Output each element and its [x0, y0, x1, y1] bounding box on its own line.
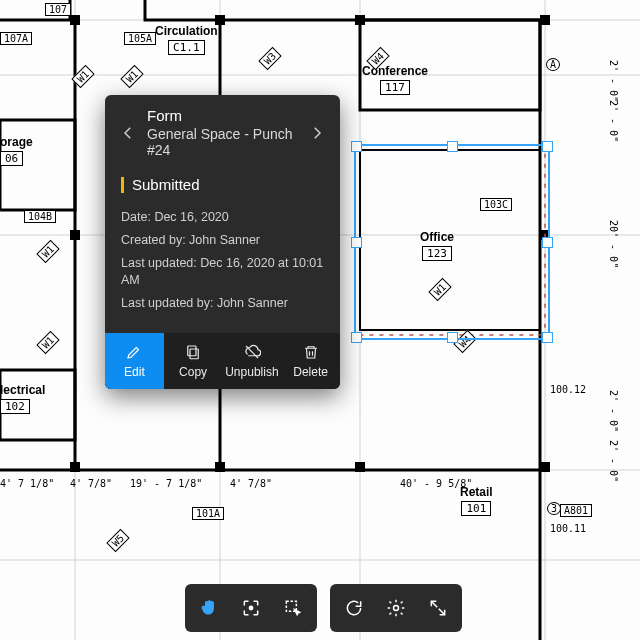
form-detail-card: Form General Space - Punch #24 Submitted…: [105, 95, 340, 389]
selection-box[interactable]: [354, 144, 550, 340]
dim-5: 40' - 9 5/8": [400, 478, 472, 489]
settings-button[interactable]: [378, 590, 414, 626]
resize-handle-se[interactable]: [542, 332, 553, 343]
resize-handle-e[interactable]: [542, 237, 553, 248]
delete-button[interactable]: Delete: [281, 333, 340, 389]
svg-rect-16: [355, 15, 365, 25]
dim-2: 4' 7/8": [70, 478, 112, 489]
resize-handle-n[interactable]: [447, 141, 458, 152]
dim-4: 4' 7/8": [230, 478, 272, 489]
tag-3: 3: [547, 502, 561, 515]
pan-button[interactable]: [191, 590, 227, 626]
resize-handle-s[interactable]: [447, 332, 458, 343]
dim-v5: 2' - 0": [608, 440, 619, 482]
dim-v3: 20' - 0": [608, 220, 619, 268]
svg-line-35: [439, 609, 445, 615]
fullscreen-button[interactable]: [420, 590, 456, 626]
tag-104b: 104B: [24, 210, 56, 223]
tag-10012: 100.12: [547, 384, 589, 395]
multi-select-icon: [283, 598, 303, 618]
tag-107a: 107A: [0, 32, 32, 45]
svg-rect-22: [355, 462, 365, 472]
center-button[interactable]: [233, 590, 269, 626]
svg-point-33: [394, 606, 399, 611]
resize-handle-ne[interactable]: [542, 141, 553, 152]
room-storage: orage 06: [0, 135, 33, 166]
tools-toolbar: [330, 584, 462, 632]
svg-line-34: [431, 601, 437, 607]
dim-v1: 2' - 0": [608, 60, 619, 102]
resize-handle-nw[interactable]: [351, 141, 362, 152]
dim-v4: 2' - 0": [608, 390, 619, 432]
multi-select-button[interactable]: [275, 590, 311, 626]
svg-rect-27: [188, 346, 196, 356]
svg-rect-14: [70, 15, 80, 25]
tag-101a: 101A: [192, 507, 224, 520]
room-retail: Retail 101: [460, 485, 493, 516]
dim-v2: 2' - 0": [608, 100, 619, 142]
copy-icon: [184, 343, 202, 361]
view-toolbar: [185, 584, 317, 632]
center-icon: [241, 598, 261, 618]
hand-icon: [199, 598, 219, 618]
tag-10011: 100.11: [547, 523, 589, 534]
svg-rect-26: [190, 349, 198, 359]
pencil-icon: [125, 343, 143, 361]
room-electrical: lectrical 102: [0, 383, 45, 414]
status-label: Submitted: [132, 176, 200, 193]
trash-icon: [302, 343, 320, 361]
tag-107: 107: [45, 3, 71, 16]
tag-A: A: [546, 58, 560, 71]
dim-3: 19' - 7 1/8": [130, 478, 202, 489]
next-form-button[interactable]: [308, 124, 326, 142]
tag-A801: A801: [560, 504, 592, 517]
edit-button[interactable]: Edit: [105, 333, 164, 389]
prev-form-button[interactable]: [119, 124, 137, 142]
svg-rect-17: [540, 15, 550, 25]
unpublish-button[interactable]: Unpublish: [223, 333, 282, 389]
unpublish-icon: [243, 343, 261, 361]
dim-1: 4' 7 1/8": [0, 478, 54, 489]
card-subtitle: General Space - Punch #24: [147, 126, 298, 158]
gear-icon: [386, 598, 406, 618]
copy-button[interactable]: Copy: [164, 333, 223, 389]
card-meta: Date: Dec 16, 2020 Created by: John Sann…: [105, 195, 340, 333]
resize-handle-w[interactable]: [351, 237, 362, 248]
svg-point-31: [249, 606, 252, 609]
svg-rect-23: [540, 462, 550, 472]
card-title: Form: [147, 107, 298, 124]
rotate-icon: [344, 598, 364, 618]
room-conference: Conference 117: [362, 64, 428, 95]
svg-rect-21: [215, 462, 225, 472]
fullscreen-icon: [428, 598, 448, 618]
svg-rect-18: [70, 230, 80, 240]
status-color-bar: [121, 177, 124, 193]
resize-handle-sw[interactable]: [351, 332, 362, 343]
svg-rect-20: [70, 462, 80, 472]
room-circulation: Circulation C1.1: [155, 24, 218, 55]
rotate-button[interactable]: [336, 590, 372, 626]
tag-105a: 105A: [124, 32, 156, 45]
